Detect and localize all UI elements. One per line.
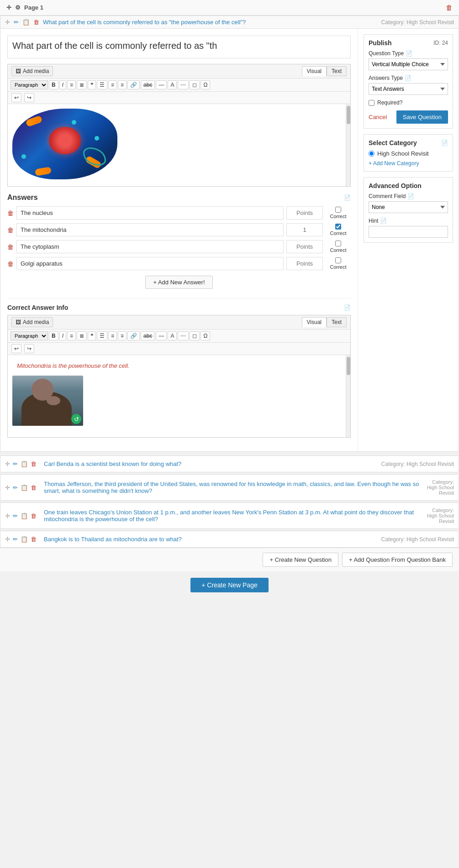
bold-button[interactable]: B <box>49 80 58 89</box>
drag-q3-icon[interactable]: ✛ <box>5 512 10 519</box>
hr-button[interactable]: — <box>156 80 167 89</box>
correct-color-button[interactable]: A <box>168 331 177 340</box>
correct-hr-button[interactable]: — <box>156 331 167 340</box>
delete-answer-1-icon[interactable]: 🗑 <box>7 209 14 217</box>
answer-2-points[interactable] <box>286 223 323 236</box>
copy-q4-icon[interactable]: 📋 <box>21 536 28 543</box>
edit-q3-icon[interactable]: ✏ <box>13 512 18 519</box>
drag-q2-icon[interactable]: ✛ <box>5 484 10 491</box>
gear-icon[interactable]: ⚙ <box>15 4 21 11</box>
delete-q1-icon[interactable]: 🗑 <box>31 460 37 467</box>
answer-3-correct-checkbox[interactable] <box>335 241 341 246</box>
cat-doc-icon[interactable]: 📄 <box>441 140 448 146</box>
undo-button[interactable]: ↩ <box>11 93 21 102</box>
cf-doc-icon[interactable]: 📄 <box>407 193 414 199</box>
link-button[interactable]: 🔗 <box>127 80 140 89</box>
answers-type-select[interactable]: Text Answers <box>369 83 448 95</box>
more-options-button[interactable]: ⋯ <box>178 80 189 89</box>
color-button[interactable]: A <box>168 80 177 89</box>
add-from-bank-button[interactable]: + Add Question From Question Bank <box>342 553 453 567</box>
cancel-button[interactable]: Cancel <box>369 114 387 120</box>
ol-button[interactable]: ≣ <box>77 80 87 89</box>
create-new-question-button[interactable]: + Create New Question <box>263 553 338 567</box>
correct-eraser-button[interactable]: ◻ <box>190 331 200 340</box>
delete-answer-2-icon[interactable]: 🗑 <box>7 226 14 234</box>
answer-4-input[interactable] <box>16 257 284 270</box>
eraser-button[interactable]: ◻ <box>190 80 200 89</box>
drag-q1-icon[interactable]: ✛ <box>5 460 10 467</box>
correct-ol-button[interactable]: ≣ <box>77 331 87 340</box>
italic-button[interactable]: I <box>59 80 66 89</box>
correct-format-select[interactable]: Paragraph <box>11 331 48 340</box>
hint-doc-icon[interactable]: 📄 <box>380 218 387 224</box>
copy-q1-icon[interactable]: 📋 <box>21 460 28 467</box>
correct-blockquote-button[interactable]: ❝ <box>88 331 96 340</box>
answer-1-input[interactable] <box>16 206 284 220</box>
redo-button[interactable]: ↪ <box>24 93 34 102</box>
copy-question-icon[interactable]: 📋 <box>22 19 30 26</box>
add-answer-button[interactable]: + Add New Answer! <box>145 276 212 289</box>
answer-3-input[interactable] <box>16 240 284 253</box>
refresh-image-button[interactable]: ↺ <box>71 414 81 424</box>
edit-question-icon[interactable]: ✏ <box>14 19 19 26</box>
editor-content[interactable] <box>8 104 350 186</box>
omega-button[interactable]: Ω <box>200 80 210 89</box>
answer-2-correct-checkbox[interactable] <box>335 224 341 230</box>
delete-q3-icon[interactable]: 🗑 <box>31 512 37 519</box>
add-media-button[interactable]: 🖼 Add media <box>11 66 53 76</box>
at-doc-icon[interactable]: 📄 <box>405 75 412 81</box>
qt-doc-icon[interactable]: 📄 <box>406 50 412 57</box>
answer-4-points[interactable] <box>286 257 323 270</box>
drag-question-icon[interactable]: ✛ <box>5 19 10 26</box>
edit-q4-icon[interactable]: ✏ <box>13 536 18 543</box>
correct-more-button[interactable]: ⋯ <box>178 331 189 340</box>
correct-ul-button[interactable]: ≡ <box>67 331 76 340</box>
format-select[interactable]: Paragraph <box>11 80 48 89</box>
ul-button[interactable]: ≡ <box>67 80 76 89</box>
correct-redo-button[interactable]: ↪ <box>24 344 34 353</box>
answer-2-input[interactable] <box>16 223 284 236</box>
delete-page-icon[interactable]: 🗑 <box>446 4 453 11</box>
edit-q2-icon[interactable]: ✏ <box>13 484 18 491</box>
answers-doc-icon[interactable]: 📄 <box>344 194 351 201</box>
copy-q2-icon[interactable]: 📋 <box>21 484 28 491</box>
correct-undo-button[interactable]: ↩ <box>11 344 21 353</box>
copy-q3-icon[interactable]: 📋 <box>21 512 28 519</box>
strikethrough-button[interactable]: abc <box>141 80 155 89</box>
align-left-button[interactable]: ☰ <box>97 80 107 89</box>
comment-field-select[interactable]: None <box>369 201 448 213</box>
answer-1-correct-checkbox[interactable] <box>335 207 341 213</box>
correct-link-button[interactable]: 🔗 <box>127 331 140 340</box>
correct-italic-button[interactable]: I <box>59 331 66 340</box>
correct-editor-content[interactable]: Mitochondria is the powerhouse of the ce… <box>8 355 350 437</box>
create-new-page-button[interactable]: + Create New Page <box>190 578 269 592</box>
add-category-link[interactable]: + Add New Category <box>369 160 419 167</box>
delete-question-icon[interactable]: 🗑 <box>33 19 39 26</box>
answer-4-correct-checkbox[interactable] <box>335 257 341 263</box>
visual-tab[interactable]: Visual <box>302 66 327 76</box>
question-type-select[interactable]: Vertical Multiple Choice <box>369 58 448 70</box>
correct-info-doc-icon[interactable]: 📄 <box>344 304 351 311</box>
correct-visual-tab[interactable]: Visual <box>302 317 327 327</box>
drag-q4-icon[interactable]: ✛ <box>5 536 10 543</box>
drag-icon[interactable]: ✛ <box>6 4 11 11</box>
delete-q2-icon[interactable]: 🗑 <box>31 484 37 491</box>
delete-q4-icon[interactable]: 🗑 <box>31 536 37 543</box>
blockquote-button[interactable]: ❝ <box>88 80 96 89</box>
correct-strikethrough-button[interactable]: abc <box>141 331 155 340</box>
correct-bold-button[interactable]: B <box>49 331 58 340</box>
save-question-button[interactable]: Save Question <box>396 110 448 124</box>
correct-omega-button[interactable]: Ω <box>200 331 210 340</box>
correct-editor-scrollbar[interactable] <box>346 355 350 437</box>
category-radio[interactable] <box>369 151 375 157</box>
edit-q1-icon[interactable]: ✏ <box>13 460 18 467</box>
correct-text-tab[interactable]: Text <box>327 317 347 327</box>
correct-add-media-button[interactable]: 🖼 Add media <box>11 317 53 327</box>
hint-input[interactable] <box>369 226 448 238</box>
correct-align-center-button[interactable]: ≡ <box>108 331 117 340</box>
editor-scrollbar[interactable] <box>346 104 350 186</box>
align-right-button[interactable]: ≡ <box>118 80 127 89</box>
required-checkbox[interactable] <box>369 100 375 106</box>
text-tab[interactable]: Text <box>327 66 347 76</box>
delete-answer-3-icon[interactable]: 🗑 <box>7 243 14 251</box>
